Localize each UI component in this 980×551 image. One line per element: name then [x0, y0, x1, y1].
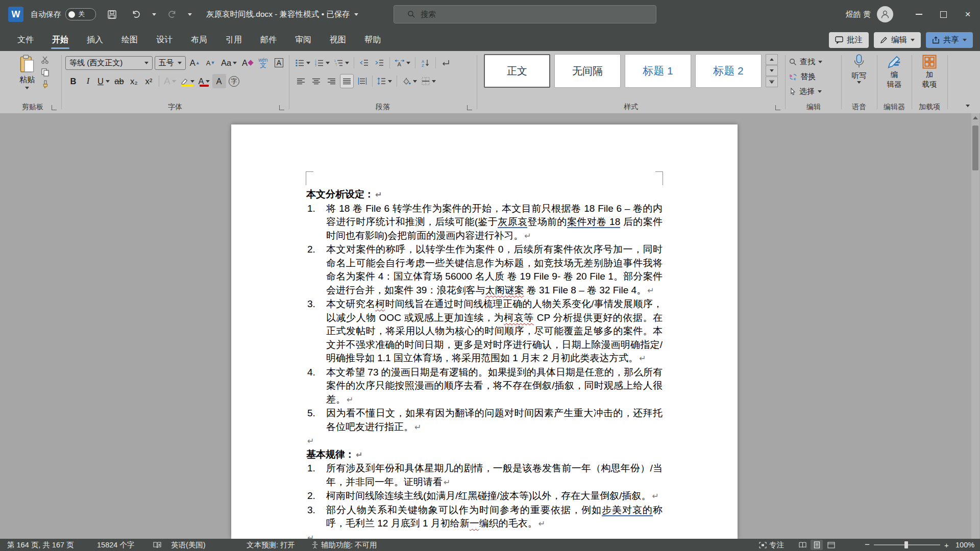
page-indicator[interactable]: 第 164 页, 共 167 页: [7, 539, 74, 551]
styles-scroll-up[interactable]: [766, 54, 778, 65]
tab-design[interactable]: 设计: [149, 29, 180, 51]
zoom-track[interactable]: [874, 544, 940, 545]
tab-insert[interactable]: 插入: [80, 29, 110, 51]
zoom-in-button[interactable]: +: [944, 539, 949, 551]
style-normal[interactable]: 正文: [484, 54, 550, 88]
document-canvas[interactable]: 本文分析设定：↵1.将 18 卷 File 6 转学生作为案件的开始，本文目前只…: [0, 113, 980, 539]
phonetic-guide-button[interactable]: wén 文: [256, 56, 270, 70]
vertical-scrollbar[interactable]: [971, 113, 979, 539]
format-painter-button[interactable]: [41, 80, 50, 89]
focus-mode-button[interactable]: 专注: [759, 539, 784, 551]
document-title-area[interactable]: 灰原哀时间线.docx - 兼容性模式 • 已保存: [206, 9, 358, 20]
read-mode-button[interactable]: [796, 540, 808, 550]
highlight-button[interactable]: [179, 74, 196, 88]
zoom-out-button[interactable]: −: [865, 539, 870, 551]
user-name[interactable]: 煜皓 黄: [846, 10, 871, 19]
tab-references[interactable]: 引用: [218, 29, 249, 51]
line-spacing-button[interactable]: [376, 74, 394, 88]
select-button[interactable]: 选择: [789, 85, 822, 98]
character-shading-button[interactable]: A: [212, 74, 226, 88]
copy-button[interactable]: [41, 68, 50, 77]
italic-button[interactable]: I: [81, 74, 95, 88]
align-right-button[interactable]: [325, 74, 338, 88]
numbering-button[interactable]: 123: [313, 56, 331, 70]
strikethrough-button[interactable]: ab: [112, 74, 126, 88]
zoom-thumb[interactable]: [904, 541, 908, 548]
bullets-button[interactable]: [294, 56, 312, 70]
tab-view[interactable]: 视图: [323, 29, 353, 51]
accessibility-status[interactable]: 辅助功能: 不可用: [311, 539, 377, 551]
share-button[interactable]: 共享: [926, 32, 973, 48]
scroll-up-icon[interactable]: [973, 116, 978, 119]
editing-mode-button[interactable]: 编辑: [874, 32, 921, 48]
cut-button[interactable]: [41, 56, 50, 64]
zoom-slider[interactable]: [874, 539, 940, 551]
undo-dropdown-icon[interactable]: [152, 13, 156, 16]
scrollbar-thumb[interactable]: [972, 126, 978, 170]
font-color-button[interactable]: A: [197, 74, 211, 88]
clear-formatting-button[interactable]: A: [240, 56, 254, 70]
change-case-button[interactable]: Aa: [219, 56, 238, 70]
close-button[interactable]: ×: [955, 0, 980, 29]
align-center-button[interactable]: [309, 74, 323, 88]
underline-button[interactable]: U: [96, 74, 111, 88]
avatar[interactable]: [877, 6, 893, 22]
subscript-button[interactable]: x₂: [127, 74, 141, 88]
justify-button[interactable]: [340, 74, 354, 88]
autosave-control[interactable]: 自动保存 关: [31, 8, 96, 20]
addins-button[interactable]: 加 载项: [914, 54, 945, 89]
character-spacing-button[interactable]: A: [393, 56, 412, 70]
autosave-toggle[interactable]: 关: [65, 8, 96, 20]
font-name-select[interactable]: 等线 (西文正文): [65, 56, 153, 70]
tab-review[interactable]: 审阅: [288, 29, 318, 51]
font-dialog-launcher[interactable]: [279, 105, 284, 110]
text-effects-button[interactable]: A: [162, 74, 178, 88]
replace-button[interactable]: b c 替换: [789, 70, 816, 84]
redo-button[interactable]: [163, 6, 181, 23]
borders-button[interactable]: [420, 74, 437, 88]
styles-dialog-launcher[interactable]: [775, 105, 780, 110]
style-no-spacing[interactable]: 无间隔: [554, 54, 621, 88]
document-text[interactable]: 本文分析设定：↵1.将 18 卷 File 6 转学生作为案件的开始，本文目前只…: [306, 188, 663, 539]
restore-button[interactable]: [931, 0, 955, 29]
show-hide-marks-button[interactable]: [439, 56, 453, 70]
proofing-status[interactable]: [153, 539, 161, 551]
tab-help[interactable]: 帮助: [357, 29, 388, 51]
character-border-button[interactable]: A: [272, 56, 286, 70]
paragraph-dialog-launcher[interactable]: [467, 105, 472, 110]
tab-mailings[interactable]: 邮件: [253, 29, 284, 51]
tab-draw[interactable]: 绘图: [114, 29, 145, 51]
align-left-button[interactable]: [294, 74, 308, 88]
style-heading1[interactable]: 标题 1: [625, 54, 691, 88]
web-layout-button[interactable]: [825, 540, 837, 550]
styles-gallery-more[interactable]: [766, 77, 778, 87]
multilevel-list-button[interactable]: 1ai: [333, 56, 351, 70]
tab-home[interactable]: 开始: [45, 29, 76, 51]
word-count[interactable]: 15824 个字: [97, 539, 134, 551]
tab-layout[interactable]: 布局: [184, 29, 214, 51]
text-prediction[interactable]: 文本预测: 打开: [247, 539, 295, 551]
font-size-select[interactable]: 五号: [155, 56, 186, 70]
comments-button[interactable]: 批注: [829, 32, 869, 48]
find-button[interactable]: 查找: [789, 55, 822, 69]
clipboard-dialog-launcher[interactable]: [52, 105, 57, 110]
print-layout-button[interactable]: [811, 540, 823, 550]
decrease-indent-button[interactable]: [357, 56, 371, 70]
increase-indent-button[interactable]: [373, 56, 386, 70]
shading-button[interactable]: [400, 74, 419, 88]
minimize-button[interactable]: [906, 0, 931, 29]
grow-font-button[interactable]: A ▲: [188, 56, 202, 70]
distribute-button[interactable]: [355, 74, 369, 88]
shrink-font-button[interactable]: A ▼: [204, 56, 217, 70]
collapse-ribbon-icon[interactable]: [966, 105, 970, 107]
document-page[interactable]: 本文分析设定：↵1.将 18 卷 File 6 转学生作为案件的开始，本文目前只…: [231, 124, 738, 539]
superscript-button[interactable]: x²: [142, 74, 156, 88]
language-indicator[interactable]: 英语(美国): [171, 539, 206, 551]
editor-button[interactable]: 编 辑器: [879, 54, 910, 89]
paste-button[interactable]: 粘贴: [12, 55, 42, 102]
zoom-level[interactable]: 100%: [955, 539, 974, 551]
sort-button[interactable]: AZ: [419, 56, 432, 70]
style-heading2[interactable]: 标题 2: [695, 54, 762, 88]
tab-file[interactable]: 文件: [10, 29, 41, 51]
bold-button[interactable]: B: [66, 74, 80, 88]
